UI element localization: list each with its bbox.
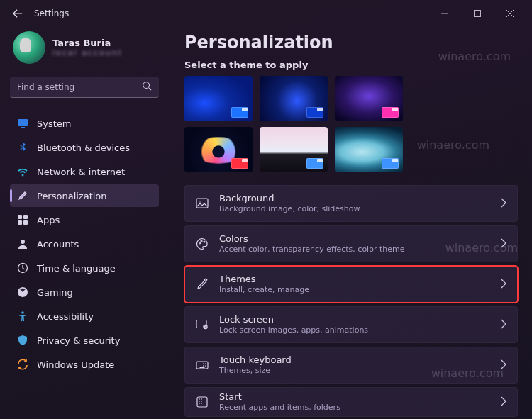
svg-rect-7 [23, 220, 28, 225]
theme-heading: Select a theme to apply [184, 60, 518, 70]
sync-icon [17, 359, 28, 370]
setting-desc: Accent color, transparency effects, colo… [219, 245, 490, 255]
search-input[interactable] [17, 82, 142, 92]
nav-label: System [37, 118, 71, 129]
svg-point-13 [199, 201, 201, 203]
setting-touchkeyboard[interactable]: Touch keyboardThemes, size [184, 347, 518, 384]
theme-tile-2[interactable] [260, 76, 328, 121]
theme-swatch [382, 107, 399, 118]
nav-label: Windows Update [37, 359, 114, 370]
grid-icon [195, 395, 209, 409]
sidebar-item-bluetooth[interactable]: Bluetooth & devices [10, 136, 159, 159]
minimize-button[interactable] [428, 2, 461, 25]
paintbrush-icon [17, 190, 28, 201]
nav-label: Accounts [37, 239, 79, 250]
sidebar-item-privacy[interactable]: Privacy & security [10, 329, 159, 352]
main-content: Personalization Select a theme to apply … [169, 27, 532, 419]
theme-swatch [306, 107, 323, 118]
search-box[interactable] [10, 77, 159, 98]
profile-block[interactable]: Taras Buria local account [10, 28, 159, 69]
sidebar-item-system[interactable]: System [10, 112, 159, 135]
nav-label: Accessibility [37, 311, 94, 322]
theme-tile-3[interactable] [335, 76, 403, 121]
window-title: Settings [34, 9, 69, 18]
chevron-right-icon [500, 238, 507, 251]
chevron-right-icon [500, 318, 507, 332]
svg-point-11 [21, 311, 24, 314]
theme-tile-5[interactable] [260, 127, 328, 172]
setting-desc: Background image, color, slideshow [219, 204, 490, 214]
svg-rect-3 [21, 127, 25, 128]
theme-swatch [306, 158, 323, 169]
chevron-right-icon [500, 359, 507, 372]
setting-desc: Install, create, manage [219, 285, 490, 295]
keyboard-icon [195, 358, 209, 372]
svg-rect-21 [197, 397, 207, 407]
nav-label: Privacy & security [37, 335, 120, 346]
sidebar-item-apps[interactable]: Apps [10, 208, 159, 231]
nav-label: Time & language [37, 263, 116, 274]
chevron-right-icon [500, 396, 507, 409]
settings-list: BackgroundBackground image, color, slide… [184, 185, 518, 417]
sidebar-item-gaming[interactable]: Gaming [10, 281, 159, 303]
bluetooth-icon [17, 142, 28, 153]
nav-label: Apps [37, 215, 60, 225]
setting-title: Touch keyboard [219, 354, 490, 366]
setting-background[interactable]: BackgroundBackground image, color, slide… [184, 185, 518, 222]
person-icon [17, 238, 28, 250]
maximize-button[interactable] [461, 2, 494, 25]
setting-colors[interactable]: ColorsAccent color, transparency effects… [184, 225, 518, 262]
svg-rect-5 [23, 215, 28, 219]
sidebar-item-network[interactable]: Network & internet [10, 160, 159, 183]
setting-desc: Lock screen images, apps, animations [219, 325, 490, 335]
xbox-icon [17, 286, 28, 298]
setting-desc: Recent apps and items, folders [219, 403, 490, 413]
apps-icon [17, 214, 28, 225]
search-icon [142, 80, 152, 94]
svg-point-15 [201, 240, 202, 242]
setting-title: Lock screen [219, 314, 490, 325]
setting-start[interactable]: StartRecent apps and items, folders [184, 387, 518, 417]
chevron-right-icon [500, 197, 507, 211]
sidebar-item-update[interactable]: Windows Update [10, 353, 159, 376]
nav-label: Gaming [37, 287, 73, 298]
svg-point-14 [199, 242, 201, 244]
theme-tile-4[interactable] [184, 127, 253, 172]
setting-desc: Themes, size [219, 366, 490, 376]
shield-icon [17, 335, 28, 346]
sidebar-item-accounts[interactable]: Accounts [10, 233, 159, 255]
theme-swatch [382, 158, 399, 169]
setting-title: Background [219, 193, 490, 204]
sidebar: Taras Buria local account System Bluetoo… [0, 27, 169, 419]
image-icon [195, 196, 209, 211]
theme-tile-6[interactable] [335, 127, 403, 172]
page-title: Personalization [184, 33, 518, 52]
clock-icon [17, 262, 28, 274]
setting-title: Start [219, 391, 490, 403]
svg-point-8 [21, 240, 25, 244]
lockscreen-icon [195, 318, 209, 332]
nav-label: Personalization [37, 191, 107, 201]
setting-lockscreen[interactable]: Lock screenLock screen images, apps, ani… [184, 306, 518, 343]
theme-tile-1[interactable] [184, 76, 253, 121]
setting-title: Colors [219, 233, 490, 245]
accessibility-icon [17, 311, 28, 322]
wifi-icon [17, 166, 28, 177]
sidebar-item-personalization[interactable]: Personalization [10, 184, 159, 207]
svg-rect-4 [18, 215, 22, 219]
theme-swatch [231, 158, 248, 169]
window-controls [428, 2, 526, 25]
theme-grid [184, 76, 403, 172]
setting-themes[interactable]: ThemesInstall, create, manage [184, 266, 518, 303]
sidebar-item-time[interactable]: Time & language [10, 257, 159, 279]
svg-rect-6 [18, 220, 22, 225]
profile-subtext: local account [52, 48, 123, 57]
chevron-right-icon [500, 278, 507, 291]
sidebar-item-accessibility[interactable]: Accessibility [10, 305, 159, 328]
back-button[interactable] [10, 6, 26, 21]
close-button[interactable] [494, 2, 526, 25]
svg-rect-12 [196, 199, 208, 208]
svg-rect-2 [18, 119, 28, 126]
pencil-icon [195, 277, 209, 291]
nav-label: Bluetooth & devices [37, 143, 130, 153]
